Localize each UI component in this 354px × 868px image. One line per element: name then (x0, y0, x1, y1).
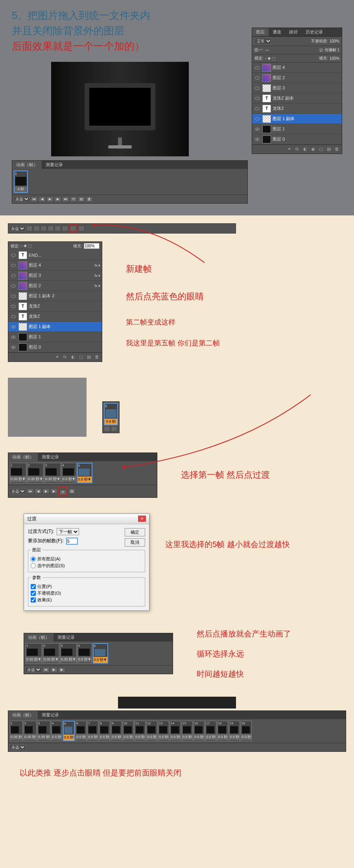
frame[interactable]: 30.35 秒▼ (44, 463, 61, 483)
eye-toggle[interactable] (254, 117, 261, 121)
tab-measure-6[interactable]: 测量记录 (38, 711, 63, 719)
c4-tween[interactable]: ⟳ (59, 490, 66, 495)
last-btn[interactable] (55, 226, 61, 231)
layer-row[interactable]: 图层 3 (252, 83, 342, 93)
adjust-icon[interactable]: ◉ (311, 147, 317, 152)
cancel-button[interactable]: 取消 (125, 538, 145, 547)
lock-icons[interactable]: ▫ ✚ ⬚ (265, 56, 275, 61)
frame-time[interactable]: 0.5 秒 (147, 734, 157, 740)
eye-toggle[interactable] (254, 76, 261, 80)
layer-row[interactable]: TEND... (8, 250, 102, 260)
layer-row[interactable]: 图层 0 (8, 342, 102, 352)
frame-delay[interactable]: 0 秒 (15, 186, 27, 192)
position-check[interactable]: 位置(P) (31, 584, 142, 590)
fx-icon[interactable]: fx (295, 147, 301, 152)
first-frame-btn[interactable]: ⏮ (31, 197, 38, 202)
opacity-value[interactable]: 100% (329, 39, 339, 43)
all-layers-radio[interactable]: 所有图层(A) (31, 556, 142, 562)
c5-first[interactable]: ⏮ (42, 667, 50, 673)
link-icon[interactable]: ⚭ (288, 147, 293, 152)
mini-btn-1[interactable] (104, 426, 110, 432)
layer-row[interactable]: 图层 1 副本 (8, 322, 102, 332)
method-select[interactable]: 下一帧 (57, 528, 79, 535)
loop-select-2[interactable]: 永远 (9, 226, 26, 232)
frame-time[interactable]: 0.5 秒▼ (94, 657, 107, 663)
eye-toggle[interactable] (10, 346, 17, 349)
layer-row[interactable]: T龙珠Z (8, 301, 102, 312)
mask-icon-2[interactable]: ◐ (71, 354, 77, 360)
delete-btn[interactable] (78, 226, 85, 231)
c4-first[interactable]: ⏮ (27, 488, 34, 494)
frame-time[interactable]: 0.35 秒▼ (45, 476, 61, 482)
tab-measure-5[interactable]: 测量记录 (53, 633, 79, 642)
opacity-check[interactable]: 不透明度(O) (31, 590, 142, 596)
loop-select[interactable]: 永远 (13, 196, 30, 202)
frame[interactable]: 20.35 秒▼ (43, 643, 59, 664)
unify-icon[interactable]: ▫▫▫ (265, 48, 269, 52)
frame[interactable]: 70.5 秒 (87, 721, 98, 741)
play-btn[interactable]: ▶ (46, 197, 53, 202)
anim-tab-frames[interactable]: 动画（帧） (12, 161, 42, 169)
tween-btn[interactable]: ⟳ (70, 197, 77, 202)
frame-time[interactable]: 0.5 秒 (135, 734, 145, 740)
eye-toggle[interactable] (10, 254, 17, 257)
loop-4[interactable]: 永远 (9, 488, 26, 494)
frame-1[interactable]: 1 0 秒 (14, 171, 28, 193)
frame-time[interactable]: 0.5 秒▼ (78, 657, 92, 662)
eye-toggle[interactable] (10, 274, 17, 277)
prev-frame-btn[interactable]: ◀ (39, 197, 46, 202)
eye-toggle[interactable] (10, 336, 17, 339)
frame-time[interactable]: 0.5 秒 (64, 734, 74, 740)
c4-play[interactable]: ▶ (42, 488, 50, 494)
new-frame-btn[interactable]: ▤ (78, 197, 85, 202)
tab-channels[interactable]: 通道 (269, 28, 285, 36)
frame[interactable]: 150.5 秒 (182, 721, 193, 741)
eye-toggle[interactable] (254, 107, 261, 110)
frame[interactable]: 180.5 秒 (217, 721, 228, 741)
frame[interactable]: 140.5 秒 (170, 721, 181, 741)
new-layer-icon[interactable]: ▤ (327, 147, 332, 152)
propagate-checkbox[interactable]: ☑ (319, 48, 323, 52)
frame-time[interactable]: 0.5 秒 (52, 734, 62, 740)
blend-mode-select[interactable]: 正常 (254, 38, 272, 45)
c4-next[interactable]: ▶ (50, 488, 57, 494)
frame-time[interactable]: 0.5 秒 (76, 734, 86, 740)
frame[interactable]: 200.5 秒 (241, 721, 252, 741)
frame-time[interactable]: 0.35 秒▼ (28, 476, 43, 482)
dialog-titlebar[interactable]: 过渡 ✕ (24, 514, 149, 524)
frame-time[interactable]: 0.35 秒▼ (10, 476, 26, 482)
frame-time[interactable]: 0.5 秒 (182, 734, 192, 740)
tab-anim-6[interactable]: 动画（帧） (8, 711, 38, 719)
frame-time[interactable]: 0.5 秒 (229, 734, 240, 740)
frame[interactable]: 110.5 秒 (135, 721, 146, 741)
tab-layers[interactable]: 图层 (252, 28, 269, 36)
frame[interactable]: 40.5 秒 (51, 721, 62, 741)
folder-icon-2[interactable]: ▢ (79, 354, 85, 360)
loop-6[interactable]: 永远 (9, 744, 26, 750)
frame[interactable]: 170.5 秒 (205, 721, 216, 741)
play-btn-2[interactable] (41, 226, 47, 231)
frames-input[interactable] (66, 538, 78, 545)
prev-btn[interactable] (33, 226, 40, 231)
frame[interactable]: 60.5 秒 (76, 721, 87, 741)
frame[interactable]: 20.35 秒 (24, 721, 37, 741)
fx-icon-2[interactable]: fx (63, 354, 69, 360)
frame-time[interactable]: 0.35 秒▼ (61, 657, 76, 662)
frame[interactable]: 30.35 秒▼ (60, 643, 77, 664)
next-frame-btn[interactable]: ▶ (54, 197, 61, 202)
tab-history[interactable]: 历史记录 (302, 28, 327, 36)
folder-icon[interactable]: ▢ (319, 147, 324, 152)
anim-tab-measure[interactable]: 测量记录 (42, 161, 67, 169)
frame-time[interactable]: 0.5 秒 (159, 734, 169, 740)
mask-icon[interactable]: ◐ (303, 147, 309, 152)
layer-row[interactable]: T龙珠Z 副本 (252, 93, 342, 104)
layer-row[interactable]: T龙珠Z (8, 312, 102, 322)
frame[interactable]: 20.35 秒▼ (27, 463, 44, 483)
tab-anim-4[interactable]: 动画（帧） (8, 453, 38, 461)
delete-frame-btn[interactable]: 🗑 (86, 197, 93, 202)
frame-time[interactable]: 0.5 秒▼ (78, 477, 92, 482)
layer-row[interactable]: 图层 1 副本 2 (8, 291, 102, 301)
tab-anim-5[interactable]: 动画（帧） (24, 633, 53, 642)
eye-toggle[interactable] (254, 128, 261, 131)
frame-time[interactable]: 0.5 秒 (194, 734, 204, 740)
